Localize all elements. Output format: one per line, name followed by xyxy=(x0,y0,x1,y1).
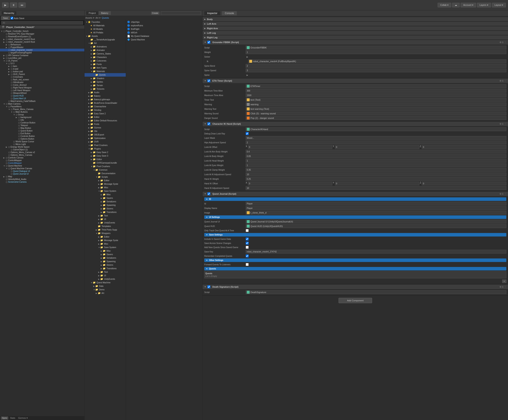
remember-completed-checkbox[interactable] xyxy=(246,255,249,258)
favorites-header[interactable]: ▼⭐Favorites xyxy=(84,20,126,24)
project-tree-item[interactable]: ▶📁BruteForce-GrassShader xyxy=(84,101,126,105)
project-tree-item[interactable]: ▶📁UnityEvents xyxy=(84,221,126,224)
hierarchy-item[interactable]: ◻ World Space Cursor xyxy=(0,140,84,143)
project-tree-item[interactable]: ▶📁Transitions xyxy=(84,267,126,270)
hierarchy-item[interactable]: ◻ GameObject (1) xyxy=(0,148,84,151)
hierarchy-item[interactable]: ◻ Controls Button xyxy=(0,135,84,138)
project-tree-item[interactable]: ▶📁Textures xyxy=(84,87,126,91)
prop-value-max-time[interactable]: 1500 xyxy=(246,93,506,97)
project-tree-item[interactable]: ▶📁Serializers xyxy=(84,200,126,203)
project-tree-item[interactable]: ▶📁Camera_States xyxy=(84,52,126,56)
hierarchy-item[interactable]: ◻ Options_Menu_Canvas v2 xyxy=(0,151,84,154)
hierarchy-item[interactable]: ◻ Continue Button xyxy=(0,121,84,124)
project-tree-item[interactable]: ▶📁Sprites xyxy=(84,80,126,84)
hierarchy-item[interactable]: ▶ ◻ background xyxy=(0,116,84,119)
project-tree-item[interactable]: ▶📁OBJExport xyxy=(84,133,126,136)
stats-stats[interactable]: Stats xyxy=(9,416,16,420)
hierarchy-item[interactable]: ◻ targetForSwingRagdoll xyxy=(0,51,84,54)
hierarchy-item[interactable]: ◻ RewiredEventSystem (1) xyxy=(0,35,84,38)
bakery-tab[interactable]: Bakery xyxy=(99,11,111,15)
project-tree-item[interactable]: ▶📁Easy Save 2 xyxy=(84,112,126,115)
hierarchy-item[interactable]: ◻ Crosshairs xyxy=(0,76,84,78)
hierarchy-item[interactable]: ◻ Options_Menu_Canvas xyxy=(0,154,84,156)
project-tree-item[interactable]: ▶📁Bakery xyxy=(84,94,126,98)
hierarchy-item[interactable]: ▶ ◻ Map xyxy=(0,175,84,178)
cloud-button[interactable]: ☁ xyxy=(452,3,460,7)
project-tree-item[interactable]: ▶📁Message Syste xyxy=(84,182,126,186)
hierarchy-item[interactable]: ▼ ◻ Main Buttons xyxy=(0,111,84,113)
hierarchy-item[interactable]: ◻ MainCamera_FadeToBlack xyxy=(0,100,84,103)
project-tree-item[interactable]: ▶📁Message Syste xyxy=(84,239,126,242)
project-tree-item[interactable]: ▶📁UI xyxy=(84,217,126,221)
hierarchy-search-input[interactable] xyxy=(1,21,83,25)
component-header-eta[interactable]: ▼ ETA Timer (Script) ⚙ ℹ ⋮ xyxy=(203,79,508,83)
hierarchy-item[interactable]: ▼ ◻ Main Camera xyxy=(0,103,84,105)
project-tree-item[interactable]: ▶📁Editor Default Resources xyxy=(84,119,126,122)
component-header-body[interactable]: ▶ Body xyxy=(203,17,508,21)
project-tree-item[interactable]: ▶📁Shaders xyxy=(84,77,126,80)
only-track-checkbox[interactable] xyxy=(246,229,249,232)
hierarchy-item[interactable]: ◻ Screenshot Camera xyxy=(0,181,84,183)
component-header-death-sig[interactable]: ▼ Death Signature (Script) ⚙ ℹ ⋮ xyxy=(203,285,508,289)
prop-value-body-wt[interactable]: 0.05 xyxy=(246,154,506,158)
hierarchy-item[interactable]: ◻ Options Button xyxy=(0,138,84,140)
project-tree-item[interactable]: ▶📁Terrain xyxy=(84,84,126,87)
project-tree-item[interactable]: ▶📁Spawning xyxy=(84,203,126,207)
hierarchy-item[interactable]: ▼ ◻ UI 3 xyxy=(0,62,84,65)
play-button[interactable]: ▶ xyxy=(2,2,9,8)
project-tree-item[interactable]: ▼📁Common xyxy=(84,168,126,172)
project-tree-item[interactable]: ▼📁Materials xyxy=(84,70,126,73)
component-header-quest-journal[interactable]: ▼ Quest Journal (Script) ⚙ ℹ ⋮ xyxy=(203,192,508,196)
project-tree-item[interactable]: ▶📁Editor xyxy=(84,179,126,182)
prop-value-id[interactable]: Player xyxy=(246,202,506,206)
pause-button[interactable]: ⏸ xyxy=(10,2,17,8)
hierarchy-item[interactable]: ◻ ControlMapper xyxy=(0,159,84,162)
project-tree-item[interactable]: ▼📁Pixel Crushers xyxy=(84,165,126,168)
hierarchy-item[interactable]: ▼ ◻ Group xyxy=(0,113,84,116)
project-tree-item[interactable]: ▶📁Savers xyxy=(84,253,126,256)
prop-value-layer-mask[interactable]: Mixed... xyxy=(246,136,506,140)
hierarchy-item[interactable]: ◻ Quest Journal UI xyxy=(0,172,84,175)
hierarchy-item[interactable]: ◻ flash_red_screen xyxy=(0,78,84,81)
project-tree-item[interactable]: ▶📁Obi xyxy=(84,129,126,133)
component-enable-checkbox[interactable] xyxy=(207,285,210,288)
hierarchy-item[interactable]: ▶ ◻ VR Camera Container xyxy=(0,54,84,57)
hierarchy-item[interactable]: ▶ ◻ bars xyxy=(0,65,84,67)
hierarchy-item[interactable]: ◻ WeaponWheel xyxy=(0,92,84,95)
save-button[interactable]: Save xyxy=(1,16,10,20)
hierarchy-item[interactable]: ▼ ◻ UI_Parent xyxy=(0,59,84,62)
hierarchy-item[interactable]: ◻ Coins_Ammo2 xyxy=(0,84,84,86)
layout-button[interactable]: Layout ▾ xyxy=(492,3,506,7)
project-tree-item[interactable]: ▶📁Third Party Supp xyxy=(84,228,126,232)
project-asset-item[interactable]: 🔵exploreRuins xyxy=(126,24,202,27)
stats-sync[interactable]: Sync xyxy=(1,416,8,420)
project-tree-item[interactable]: ▶📁Misc xyxy=(84,242,126,246)
hierarchy-item[interactable]: ◻ robot_character_mesh4 xyxy=(0,49,84,51)
project-tree-item[interactable]: ▶📁Art xyxy=(84,291,126,295)
section-other-settings[interactable]: ▼ Other Settings xyxy=(204,258,506,262)
prop-value-display-name[interactable]: Player xyxy=(246,206,506,210)
hierarchy-item[interactable]: ◻ Quest Button xyxy=(0,129,84,132)
section-ui-settings[interactable]: ▼ UI Settings xyxy=(204,215,506,219)
prop-value-hand-ik-wt[interactable]: 0.25 xyxy=(246,177,506,181)
hierarchy-item[interactable]: ▶ ◻ robot_character_mesh4 Root xyxy=(0,41,84,43)
favorites-item[interactable]: ★All Models xyxy=(84,27,126,31)
prop-value-eyes-wt[interactable]: 1 xyxy=(246,163,506,167)
project-tree-item[interactable]: ▼📁Save System xyxy=(84,246,126,249)
hierarchy-item[interactable]: ▶ ◻ HUD_Parent xyxy=(0,73,84,76)
favorites-item[interactable]: ★All Materials xyxy=(84,24,126,27)
project-tree-item[interactable]: ▶📁Text xyxy=(84,214,126,217)
section-save-settings[interactable]: ▼ Save Settings xyxy=(204,233,506,236)
project-asset-item[interactable]: 🔷Quest Machine xyxy=(126,38,202,41)
project-tree-item[interactable]: ▶📁OVR xyxy=(84,140,126,144)
project-tree-item[interactable]: ▶📁Editor xyxy=(84,235,126,239)
project-tree-item[interactable]: ▶📁Fonts xyxy=(84,63,126,66)
project-tree-item[interactable]: ▼📁Pixel Crushers xyxy=(84,144,126,147)
project-asset-item[interactable]: 🔵firstFlight xyxy=(126,27,202,31)
hand-offset-x[interactable]: 0 xyxy=(248,182,333,185)
project-tree-item[interactable]: ▶📁Misc xyxy=(84,186,126,189)
hierarchy-item[interactable]: ▶ ◻ LunchBox_pet xyxy=(0,57,84,59)
prop-value-hand-ik-adj-speed[interactable]: 10 xyxy=(246,186,506,190)
project-tree-item[interactable]: ▶📁BakeryLightmaps xyxy=(84,98,126,101)
project-tree-item[interactable]: ▶📁UI xyxy=(84,274,126,277)
